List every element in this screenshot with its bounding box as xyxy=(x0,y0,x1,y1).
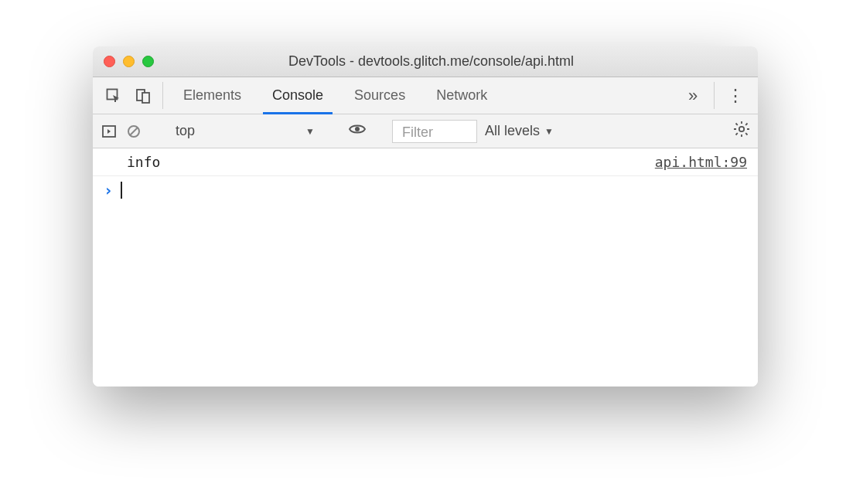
inspect-element-icon[interactable] xyxy=(99,77,128,114)
filter-input[interactable] xyxy=(401,124,469,141)
svg-line-15 xyxy=(745,123,747,124)
console-toolbar: top ▼ All levels ▼ xyxy=(93,114,758,148)
svg-point-6 xyxy=(355,127,360,131)
more-tabs-icon[interactable]: » xyxy=(677,77,709,114)
chevron-down-icon: ▼ xyxy=(544,126,554,137)
prompt-caret-icon: › xyxy=(104,181,113,199)
titlebar: DevTools - devtools.glitch.me/console/ap… xyxy=(93,46,758,77)
text-cursor xyxy=(121,182,122,199)
context-label: top xyxy=(176,123,195,139)
main-tabbar: Elements Console Sources Network » ⋮ xyxy=(93,77,758,114)
context-selector[interactable]: top ▼ xyxy=(168,121,322,141)
devtools-window: DevTools - devtools.glitch.me/console/ap… xyxy=(93,46,758,387)
log-levels-label: All levels xyxy=(485,123,540,139)
clear-console-icon[interactable] xyxy=(125,123,142,140)
tab-elements[interactable]: Elements xyxy=(168,77,257,114)
svg-rect-2 xyxy=(142,93,149,103)
settings-menu-icon[interactable]: ⋮ xyxy=(719,77,752,114)
svg-line-5 xyxy=(130,128,138,135)
tabs-list: Elements Console Sources Network xyxy=(168,77,677,114)
console-body: info api.html:99 › xyxy=(93,148,758,387)
svg-line-13 xyxy=(745,133,747,135)
window-title: DevTools - devtools.glitch.me/console/ap… xyxy=(115,53,747,70)
toggle-sidebar-icon[interactable] xyxy=(101,123,118,140)
log-entry: info api.html:99 xyxy=(93,148,758,176)
svg-point-7 xyxy=(739,126,744,131)
log-levels-selector[interactable]: All levels ▼ xyxy=(485,123,554,139)
chevron-down-icon: ▼ xyxy=(305,126,315,137)
tab-network[interactable]: Network xyxy=(421,77,503,114)
log-message: info xyxy=(127,154,160,170)
console-prompt[interactable]: › xyxy=(93,176,758,204)
svg-line-14 xyxy=(736,133,738,135)
tab-sources[interactable]: Sources xyxy=(339,77,421,114)
filter-input-wrapper[interactable] xyxy=(392,120,477,143)
divider xyxy=(162,82,163,109)
device-toolbar-icon[interactable] xyxy=(128,77,158,114)
log-source-link[interactable]: api.html:99 xyxy=(655,154,747,170)
divider xyxy=(714,82,715,109)
close-icon[interactable] xyxy=(104,56,115,67)
console-settings-icon[interactable] xyxy=(733,121,750,142)
tab-console[interactable]: Console xyxy=(257,77,339,114)
svg-line-12 xyxy=(736,123,738,124)
live-expression-icon[interactable] xyxy=(348,121,367,141)
